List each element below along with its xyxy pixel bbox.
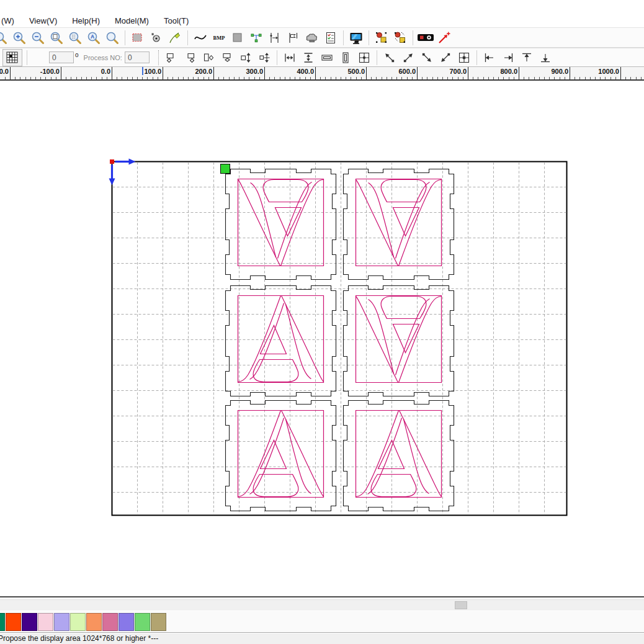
menu-item-viewv[interactable]: View(V) bbox=[22, 16, 65, 25]
status-bar: Propose the display area 1024*768 or hig… bbox=[0, 632, 644, 644]
ruler-minor-tick bbox=[605, 77, 606, 79]
to-left-edge-icon[interactable] bbox=[480, 50, 499, 66]
zoom-page-icon[interactable] bbox=[47, 30, 66, 46]
ruler-minor-tick bbox=[534, 77, 535, 79]
color-swatch-f8d0de[interactable] bbox=[38, 613, 53, 631]
zoom-partial-icon[interactable] bbox=[0, 30, 10, 46]
drawing-surface[interactable] bbox=[0, 82, 644, 597]
to-right-edge-icon[interactable] bbox=[499, 50, 517, 66]
node-edit-icon[interactable] bbox=[147, 30, 166, 46]
machine-icon[interactable] bbox=[303, 30, 321, 46]
to-bottom-right-icon[interactable] bbox=[418, 50, 436, 66]
to-bottom-left-icon[interactable] bbox=[436, 50, 455, 66]
same-size-icon[interactable] bbox=[355, 50, 373, 66]
to-center-icon[interactable] bbox=[455, 50, 473, 66]
menu-item-w[interactable]: (W) bbox=[0, 16, 22, 25]
menu-item-toolt[interactable]: Tool(T) bbox=[156, 16, 196, 25]
ruler-minor-tick bbox=[203, 77, 204, 79]
color-swatch-f8945e[interactable] bbox=[86, 613, 102, 631]
draw-pen-icon[interactable] bbox=[166, 30, 184, 46]
same-height-icon[interactable] bbox=[336, 50, 355, 66]
laser-device-icon[interactable] bbox=[416, 30, 435, 46]
menu-item-modelm[interactable]: Model(M) bbox=[107, 16, 156, 25]
mirror-rect-v-icon[interactable] bbox=[199, 50, 218, 66]
size-cross-icon[interactable] bbox=[255, 50, 274, 66]
laser-start-marker[interactable] bbox=[221, 164, 230, 174]
toolbar-separator bbox=[187, 30, 188, 45]
zoom-auto-icon[interactable]: A bbox=[84, 30, 103, 46]
color-swatch-440088[interactable] bbox=[22, 613, 37, 631]
color-swatch-d7709a[interactable] bbox=[102, 613, 118, 631]
table-grid-icon[interactable] bbox=[2, 49, 22, 66]
ruler-label: 500.0 bbox=[347, 68, 365, 75]
page-border bbox=[112, 162, 567, 516]
fill-rect-icon[interactable] bbox=[228, 30, 247, 46]
ruler-minor-tick bbox=[382, 77, 382, 79]
process-no-input[interactable] bbox=[125, 51, 150, 63]
work-page[interactable] bbox=[109, 159, 567, 516]
work-list-icon[interactable] bbox=[321, 30, 340, 46]
ruler-minor-tick bbox=[391, 77, 392, 79]
ruler-major-tick bbox=[468, 67, 468, 79]
scrollbar-thumb[interactable] bbox=[455, 601, 467, 609]
laser-pointer-icon[interactable] bbox=[435, 30, 454, 46]
ruler-minor-tick bbox=[117, 77, 117, 79]
menu-item-helph[interactable]: Help(H) bbox=[65, 16, 107, 25]
same-width-icon[interactable] bbox=[318, 50, 336, 66]
ruler-minor-tick bbox=[560, 77, 560, 79]
node-tool-icon[interactable] bbox=[247, 30, 266, 46]
array-copy-virtual-icon[interactable] bbox=[391, 30, 409, 46]
ruler-minor-tick bbox=[524, 77, 524, 79]
mirror-rect-h-icon[interactable] bbox=[218, 50, 236, 66]
zoom-area-icon[interactable] bbox=[66, 30, 84, 46]
space-equal-v-icon[interactable] bbox=[299, 50, 318, 66]
horizontal-scrollbar[interactable] bbox=[0, 599, 644, 610]
zoom-out-icon[interactable] bbox=[29, 30, 47, 46]
ruler-minor-tick bbox=[447, 77, 448, 79]
color-swatch-b2a470[interactable] bbox=[151, 613, 166, 631]
jump-flag-icon[interactable] bbox=[284, 30, 303, 46]
rotate-icon[interactable] bbox=[30, 50, 49, 66]
ruler-minor-tick bbox=[554, 77, 555, 79]
to-top-right-icon[interactable] bbox=[399, 50, 418, 66]
ruler-minor-tick bbox=[549, 77, 550, 79]
svg-text:BMP: BMP bbox=[213, 35, 225, 41]
ruler-minor-tick bbox=[25, 77, 26, 79]
canvas-area[interactable] bbox=[0, 82, 644, 597]
ruler-minor-tick bbox=[305, 77, 306, 79]
color-swatch-b0a6f0[interactable] bbox=[54, 613, 69, 631]
to-top-edge-icon[interactable] bbox=[517, 50, 536, 66]
to-bottom-edge-icon[interactable] bbox=[536, 50, 555, 66]
zoom-in-icon[interactable] bbox=[10, 30, 29, 46]
space-equal-h-icon[interactable] bbox=[280, 50, 299, 66]
ruler-minor-tick bbox=[427, 77, 427, 79]
array-copy-icon[interactable] bbox=[372, 30, 391, 46]
curve-icon[interactable] bbox=[191, 30, 210, 46]
ruler-minor-tick bbox=[142, 77, 143, 79]
rotate-angle-input[interactable] bbox=[49, 51, 74, 63]
color-swatch-d8f6b0[interactable] bbox=[70, 613, 86, 631]
monitor-preview-icon[interactable] bbox=[347, 30, 365, 46]
color-swatch-70d870[interactable] bbox=[135, 613, 150, 631]
ruler-minor-tick bbox=[269, 77, 270, 79]
color-swatch-8878e8[interactable] bbox=[119, 613, 134, 631]
ruler-minor-tick bbox=[254, 77, 255, 79]
to-top-left-icon[interactable] bbox=[380, 50, 399, 66]
ruler-minor-tick bbox=[630, 77, 631, 79]
zoom-find-icon[interactable] bbox=[103, 30, 122, 46]
toolbar-separator bbox=[158, 50, 159, 65]
color-swatch-00885e[interactable] bbox=[0, 613, 5, 631]
color-swatch-ff4500[interactable] bbox=[6, 613, 21, 631]
ruler-minor-tick bbox=[107, 77, 107, 79]
ruler-minor-tick bbox=[615, 77, 616, 79]
ruler-minor-tick bbox=[147, 77, 148, 79]
h-dimension-icon[interactable] bbox=[266, 30, 284, 46]
toolbar-separator bbox=[27, 50, 27, 65]
ruler-major-tick bbox=[112, 67, 112, 79]
select-rect-icon[interactable] bbox=[128, 30, 147, 46]
mirror-left-icon[interactable] bbox=[162, 50, 181, 66]
ruler-minor-tick bbox=[218, 77, 219, 79]
mirror-right-icon[interactable] bbox=[181, 50, 199, 66]
size-updown-icon[interactable] bbox=[236, 50, 255, 66]
bmp-icon[interactable]: BMP bbox=[210, 30, 228, 46]
